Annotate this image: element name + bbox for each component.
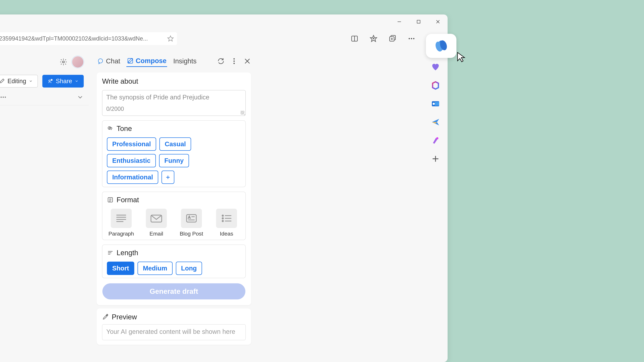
svg-point-72	[98, 59, 103, 63]
editing-button[interactable]: Editing	[0, 75, 38, 87]
format-paragraph[interactable]: Paragraph	[107, 209, 136, 237]
tone-chip-professional[interactable]: Professional	[107, 137, 156, 151]
tone-icon	[107, 125, 114, 132]
svg-rect-19	[435, 102, 439, 106]
preview-output: Your AI generated content will be shown …	[102, 324, 246, 340]
tone-chip-informational[interactable]: Informational	[107, 171, 158, 184]
copilot-pane: Chat Compose Insights Write about	[92, 53, 256, 362]
svg-point-14	[411, 38, 412, 39]
copilot-tabs: Chat Compose Insights	[92, 53, 256, 69]
svg-marker-4	[168, 36, 174, 41]
tab-insights[interactable]: Insights	[172, 56, 197, 67]
copilot-sidebar-button[interactable]	[426, 34, 456, 58]
more-menu-icon[interactable]	[408, 35, 416, 42]
ribbon-toolbar: A 123 A	[0, 89, 88, 105]
rail-add-icon[interactable]	[431, 154, 440, 163]
refresh-icon[interactable]	[217, 57, 225, 65]
svg-point-80	[109, 128, 110, 128]
format-blogpost-label: Blog Post	[180, 231, 203, 237]
window-title-bar	[390, 14, 448, 29]
browser-toolbar-actions	[351, 30, 416, 47]
window-maximize-button[interactable]	[409, 14, 428, 29]
write-about-input[interactable]: The synopsis of Pride and Prejudice 0/20…	[102, 90, 246, 116]
favorites-icon[interactable]	[370, 35, 378, 42]
svg-point-76	[234, 63, 235, 64]
doc-top-toolbar	[0, 53, 88, 71]
avatar[interactable]	[72, 56, 84, 68]
tone-chip-funny[interactable]: Funny	[159, 154, 189, 167]
share-button[interactable]: Share	[42, 75, 84, 87]
tone-chip-casual[interactable]: Casual	[160, 137, 191, 151]
chevron-down-icon	[77, 94, 84, 101]
format-blogpost[interactable]: A Blog Post	[177, 209, 206, 237]
length-label: Length	[116, 249, 138, 257]
compose-card: Write about The synopsis of Pride and Pr…	[96, 72, 251, 305]
window-close-button[interactable]	[428, 14, 448, 29]
generate-draft-button[interactable]: Generate draft	[102, 283, 245, 299]
preview-label: Preview	[112, 313, 137, 321]
format-email[interactable]: Email	[142, 209, 171, 237]
rail-rewards-icon[interactable]	[431, 63, 440, 71]
close-pane-icon[interactable]	[244, 57, 251, 65]
chat-icon	[97, 58, 104, 64]
resize-handle-icon[interactable]	[240, 111, 244, 115]
svg-point-97	[222, 215, 224, 216]
url-text: DF0A!142&ithint=file%2cdocx&action=editn…	[0, 35, 148, 42]
tone-chip-enthusiastic[interactable]: Enthusiastic	[107, 154, 156, 167]
format-ideas[interactable]: Ideas	[212, 209, 241, 237]
length-chip-short[interactable]: Short	[107, 262, 134, 275]
svg-point-21	[436, 137, 438, 139]
rail-outlook-icon[interactable]	[431, 99, 440, 108]
more-vertical-icon[interactable]	[230, 57, 238, 65]
ribbon-collapse-icon[interactable]	[77, 94, 84, 101]
edge-sidebar-rail	[428, 63, 444, 163]
write-about-counter: 0/2000	[106, 105, 242, 112]
preview-placeholder: Your AI generated content will be shown …	[106, 328, 235, 335]
format-icon	[107, 196, 114, 203]
length-chip-medium[interactable]: Medium	[138, 262, 172, 275]
rail-send-icon[interactable]	[431, 118, 440, 126]
length-section: Length Short Medium Long	[102, 245, 246, 278]
svg-point-81	[110, 128, 110, 128]
format-section: Format Paragraph Email A Blog Post	[102, 192, 246, 240]
settings-icon[interactable]	[60, 58, 67, 66]
svg-rect-1	[417, 20, 420, 23]
editing-label: Editing	[8, 78, 26, 85]
window-minimize-button[interactable]	[390, 14, 409, 29]
svg-point-99	[222, 218, 224, 219]
preview-card: Preview Your AI generated content will b…	[96, 309, 251, 345]
tab-insights-label: Insights	[173, 57, 196, 65]
tab-compose[interactable]: Compose	[126, 55, 167, 67]
format-paragraph-label: Paragraph	[108, 231, 134, 237]
document-area: Comments Catch up Editing Share	[0, 53, 88, 362]
format-email-label: Email	[150, 231, 163, 237]
ribbon-overflow-icon[interactable]	[0, 94, 7, 101]
collections-icon[interactable]	[389, 35, 396, 42]
svg-point-75	[234, 60, 235, 62]
svg-point-53	[2, 96, 4, 98]
svg-point-20	[432, 103, 435, 105]
svg-text:A: A	[188, 215, 190, 219]
svg-point-52	[1, 96, 2, 98]
tone-section: Tone Professional Casual Enthusiastic Fu…	[102, 120, 246, 187]
svg-point-101	[222, 220, 224, 222]
sparkle-pen-icon	[102, 314, 109, 320]
rail-designer-icon[interactable]	[431, 136, 440, 145]
length-chip-long[interactable]: Long	[176, 262, 202, 275]
favorite-star-icon[interactable]	[167, 35, 174, 42]
browser-window: DF0A!142&ithint=file%2cdocx&action=editn…	[0, 14, 448, 362]
blogpost-icon: A	[185, 214, 198, 223]
tab-chat[interactable]: Chat	[96, 56, 121, 67]
paragraph-icon	[115, 214, 128, 223]
svg-point-54	[5, 96, 6, 98]
tone-label: Tone	[116, 124, 132, 133]
tone-chip-add[interactable]	[162, 171, 174, 184]
address-bar[interactable]: DF0A!142&ithint=file%2cdocx&action=editn…	[0, 32, 177, 45]
svg-rect-93	[186, 215, 196, 222]
rail-m365-icon[interactable]	[431, 81, 440, 90]
svg-point-24	[62, 61, 64, 63]
email-icon	[150, 214, 163, 223]
split-screen-icon[interactable]	[351, 35, 358, 42]
svg-point-13	[408, 38, 410, 39]
svg-point-74	[234, 58, 235, 59]
